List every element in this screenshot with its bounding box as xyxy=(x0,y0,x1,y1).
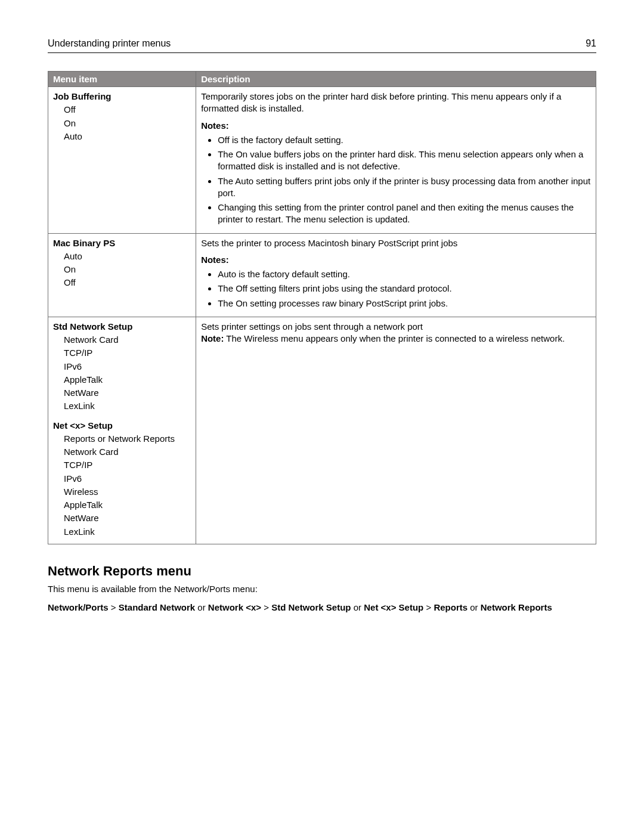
option: NetWare xyxy=(64,387,191,399)
crumb-sep: > xyxy=(261,602,271,612)
note-item: Off is the factory default setting. xyxy=(218,134,591,146)
menu-item-title: Mac Binary PS xyxy=(53,238,115,248)
option: Reports or Network Reports xyxy=(64,433,191,445)
option: Auto xyxy=(64,131,191,143)
th-description: Description xyxy=(196,72,596,87)
crumb-sep: > xyxy=(423,602,434,612)
option: Off xyxy=(64,104,191,116)
note-item: Changing this setting from the printer c… xyxy=(218,202,591,226)
option: TCP/IP xyxy=(64,459,191,471)
notes-label: Notes: xyxy=(201,120,591,132)
option: On xyxy=(64,117,191,129)
crumb-sep: > xyxy=(109,602,119,612)
option: AppleTalk xyxy=(64,499,191,511)
running-header: Understanding printer menus 91 xyxy=(48,38,596,53)
menu-item-cell: Mac Binary PS Auto On Off xyxy=(48,233,196,317)
description-cell: Sets printer settings on jobs sent throu… xyxy=(196,317,596,544)
option: NetWare xyxy=(64,512,191,524)
menu-item-options: Network Card TCP/IP IPv6 AppleTalk NetWa… xyxy=(64,334,191,413)
menu-item-options: Reports or Network Reports Network Card … xyxy=(64,433,191,538)
menu-table: Menu item Description Job Buffering Off … xyxy=(48,71,596,544)
crumb-part: Reports xyxy=(434,602,467,612)
page-container: Understanding printer menus 91 Menu item… xyxy=(0,0,644,833)
table-row: Mac Binary PS Auto On Off Sets the print… xyxy=(48,233,596,317)
note-item: The Auto setting buffers print jobs only… xyxy=(218,175,591,200)
notes-list: Auto is the factory default setting. The… xyxy=(218,268,591,309)
note-inline-text: The Wireless menu appears only when the … xyxy=(224,333,565,343)
menu-item-title: Net <x> Setup xyxy=(53,420,113,431)
option: TCP/IP xyxy=(64,347,191,359)
table-header-row: Menu item Description xyxy=(48,72,596,87)
crumb-or: or xyxy=(195,602,208,612)
option: Network Card xyxy=(64,334,191,346)
notes-list: Off is the factory default setting. The … xyxy=(218,134,591,226)
description-text: Sets printer settings on jobs sent throu… xyxy=(201,321,423,332)
crumb-part: Net <x> Setup xyxy=(364,602,423,612)
crumb-or: or xyxy=(467,602,481,612)
section-intro: This menu is available from the Network/… xyxy=(48,584,596,594)
section-heading: Network Reports menu xyxy=(48,563,596,579)
table-row: Job Buffering Off On Auto Temporarily st… xyxy=(48,87,596,234)
option: IPv6 xyxy=(64,361,191,373)
crumb-part: Network Reports xyxy=(481,602,552,612)
menu-item-cell: Std Network Setup Network Card TCP/IP IP… xyxy=(48,317,196,544)
menu-item-options: Off On Auto xyxy=(64,104,191,143)
option: LexLink xyxy=(64,526,191,538)
menu-item-title: Std Network Setup xyxy=(53,321,132,332)
notes-label: Notes: xyxy=(201,254,591,266)
option: On xyxy=(64,264,191,275)
crumb-or: or xyxy=(351,602,364,612)
note-item: The Off setting filters print jobs using… xyxy=(218,283,591,295)
option: LexLink xyxy=(64,400,191,412)
option: Auto xyxy=(64,250,191,262)
option: Network Card xyxy=(64,446,191,458)
description-cell: Sets the printer to process Macintosh bi… xyxy=(196,233,596,317)
page-number: 91 xyxy=(586,38,596,49)
running-title: Understanding printer menus xyxy=(48,38,171,49)
crumb-part: Std Network Setup xyxy=(271,602,351,612)
crumb-part: Standard Network xyxy=(119,602,195,612)
option: Wireless xyxy=(64,486,191,498)
crumb-part: Network/Ports xyxy=(48,602,109,612)
crumb-part: Network <x> xyxy=(208,602,261,612)
option: Off xyxy=(64,277,191,289)
menu-item-cell: Job Buffering Off On Auto xyxy=(48,87,196,234)
note-inline-label: Note: xyxy=(201,333,224,343)
description-cell: Temporarily stores jobs on the printer h… xyxy=(196,87,596,234)
note-item: The On setting processes raw binary Post… xyxy=(218,298,591,309)
note-item: Auto is the factory default setting. xyxy=(218,268,591,280)
menu-item-options: Auto On Off xyxy=(64,250,191,289)
breadcrumb: Network/Ports > Standard Network or Netw… xyxy=(48,601,596,614)
description-text: Sets the printer to process Macintosh bi… xyxy=(201,238,457,248)
note-item: The On value buffers jobs on the printer… xyxy=(218,148,591,173)
option: AppleTalk xyxy=(64,374,191,386)
option: IPv6 xyxy=(64,473,191,485)
th-menu-item: Menu item xyxy=(48,72,196,87)
table-row: Std Network Setup Network Card TCP/IP IP… xyxy=(48,317,596,544)
description-text: Temporarily stores jobs on the printer h… xyxy=(201,91,561,113)
menu-item-title: Job Buffering xyxy=(53,91,112,101)
